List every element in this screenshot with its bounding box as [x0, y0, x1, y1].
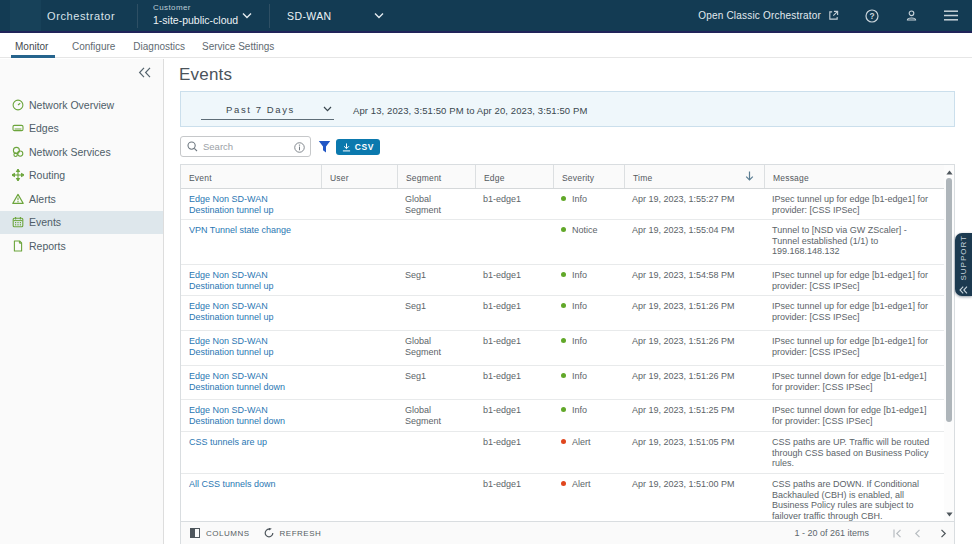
cell-edge: b1-edge1 [475, 432, 553, 473]
chevron-down-icon[interactable] [242, 12, 252, 19]
cell-edge: b1-edge1 [475, 296, 553, 330]
svg-text:?: ? [869, 10, 874, 20]
cell-segment: Global Segment [397, 400, 475, 431]
product-title: Orchestrator [47, 0, 115, 31]
hamburger-menu-icon[interactable] [944, 10, 958, 21]
sidebar-item-network-overview[interactable]: Network Overview [0, 93, 163, 117]
sidebar-item-events[interactable]: Events [0, 211, 163, 235]
sidebar-item-network-services[interactable]: Network Services [0, 140, 163, 164]
event-link[interactable]: Edge Non SD-WAN Destination tunnel up [189, 301, 321, 322]
cell-message: IPsec tunnel down for edge [b1-edge1] fo… [764, 400, 944, 431]
table-header-row: Event User Segment Edge Severity Time Me… [181, 165, 954, 189]
cell-user [321, 474, 397, 521]
table-row[interactable]: Edge Non SD-WAN Destination tunnel down … [181, 400, 954, 432]
info-icon[interactable] [294, 142, 305, 153]
sidebar-item-reports[interactable]: Reports [0, 234, 163, 258]
scrollbar-thumb[interactable] [946, 178, 952, 422]
customer-dropdown[interactable]: Customer 1-site-public-cloud [153, 0, 238, 31]
cell-segment: Seg1 [397, 366, 475, 399]
refresh-button[interactable]: REFRESH [264, 528, 322, 538]
table-row[interactable]: CSS tunnels are up b1-edge1 Alert Apr 19… [181, 432, 954, 474]
table-row[interactable]: Edge Non SD-WAN Destination tunnel up Gl… [181, 331, 954, 366]
sidebar: Network Overview Edges Network Services … [0, 59, 164, 544]
tab-monitor[interactable]: Monitor [15, 35, 51, 58]
column-header-user[interactable]: User [321, 165, 397, 188]
cell-time: Apr 19, 2023, 1:51:26 PM [624, 331, 764, 365]
event-link[interactable]: Edge Non SD-WAN Destination tunnel down [189, 371, 321, 392]
column-header-message[interactable]: Message [764, 165, 944, 188]
event-link[interactable]: Edge Non SD-WAN Destination tunnel down [189, 405, 321, 426]
sidebar-item-routing[interactable]: Routing [0, 164, 163, 188]
scroll-down-icon[interactable] [944, 509, 954, 519]
cell-segment [397, 432, 475, 473]
sort-desc-icon[interactable] [745, 171, 754, 188]
chevron-down-icon[interactable] [374, 12, 384, 19]
chevron-down-icon [323, 106, 332, 112]
table-row[interactable]: Edge Non SD-WAN Destination tunnel up Se… [181, 265, 954, 296]
time-range-select[interactable]: Past 7 Days [201, 100, 334, 120]
next-page-icon[interactable] [940, 529, 947, 538]
routing-icon [12, 169, 24, 181]
time-filter-bar: Past 7 Days Apr 13, 2023, 3:51:50 PM to … [180, 91, 955, 127]
user-icon[interactable] [905, 9, 918, 22]
vertical-scrollbar[interactable] [944, 165, 954, 521]
cell-time: Apr 19, 2023, 1:55:04 PM [624, 220, 764, 264]
event-link[interactable]: All CSS tunnels down [189, 479, 321, 490]
refresh-icon [264, 528, 274, 538]
sidebar-item-edges[interactable]: Edges [0, 117, 163, 141]
cell-user [321, 265, 397, 295]
severity-dot-icon [561, 272, 566, 277]
columns-button[interactable]: COLUMNS [190, 528, 250, 538]
cell-event: VPN Tunnel state change [181, 220, 321, 264]
table-body: Edge Non SD-WAN Destination tunnel up Gl… [181, 189, 954, 522]
event-link[interactable]: CSS tunnels are up [189, 437, 321, 448]
severity-dot-icon [561, 373, 566, 378]
event-link[interactable]: Edge Non SD-WAN Destination tunnel up [189, 336, 321, 357]
tab-diagnostics[interactable]: Diagnostics [133, 35, 185, 58]
table-row[interactable]: Edge Non SD-WAN Destination tunnel down … [181, 366, 954, 400]
search-input[interactable] [203, 141, 281, 152]
table-row[interactable]: VPN Tunnel state change Notice Apr 19, 2… [181, 220, 954, 265]
cell-event: Edge Non SD-WAN Destination tunnel up [181, 265, 321, 295]
cell-event: CSS tunnels are up [181, 432, 321, 473]
previous-page-icon[interactable] [914, 529, 921, 538]
sidebar-collapse-icon[interactable] [136, 64, 152, 80]
cell-user [321, 189, 397, 219]
cell-edge: b1-edge1 [475, 366, 553, 399]
severity-dot-icon [561, 303, 566, 308]
column-header-severity[interactable]: Severity [553, 165, 624, 188]
column-header-segment[interactable]: Segment [397, 165, 475, 188]
cell-time: Apr 19, 2023, 1:51:26 PM [624, 366, 764, 399]
severity-dot-icon [561, 407, 566, 412]
cell-severity: Info [553, 296, 624, 330]
divider [269, 4, 270, 28]
column-header-edge[interactable]: Edge [475, 165, 553, 188]
event-link[interactable]: VPN Tunnel state change [189, 225, 321, 236]
cell-segment: Seg1 [397, 296, 475, 330]
scroll-up-icon[interactable] [944, 167, 954, 177]
help-icon[interactable]: ? [865, 9, 879, 23]
customer-label: Customer [153, 3, 238, 12]
open-classic-orchestrator-link[interactable]: Open Classic Orchestrator [698, 10, 839, 21]
column-header-event[interactable]: Event [181, 165, 321, 188]
support-tab[interactable]: SUPPORT [955, 233, 972, 296]
cell-severity: Notice [553, 220, 624, 264]
service-label: SD-WAN [287, 10, 332, 22]
filter-funnel-icon[interactable] [318, 140, 331, 153]
severity-dot-icon [561, 338, 566, 343]
first-page-icon[interactable] [893, 529, 902, 538]
event-link[interactable]: Edge Non SD-WAN Destination tunnel up [189, 270, 321, 291]
tab-service-settings[interactable]: Service Settings [202, 35, 274, 58]
sidebar-item-alerts[interactable]: Alerts [0, 187, 163, 211]
table-row[interactable]: Edge Non SD-WAN Destination tunnel up Se… [181, 296, 954, 331]
cell-user [321, 296, 397, 330]
column-header-time[interactable]: Time [624, 165, 764, 188]
service-dropdown[interactable]: SD-WAN [287, 0, 332, 31]
csv-export-button[interactable]: CSV [336, 139, 380, 155]
severity-dot-icon [561, 481, 566, 486]
table-row[interactable]: All CSS tunnels down b1-edge1 Alert Apr … [181, 474, 954, 522]
event-link[interactable]: Edge Non SD-WAN Destination tunnel up [189, 194, 321, 215]
table-row[interactable]: Edge Non SD-WAN Destination tunnel up Gl… [181, 189, 954, 220]
tab-configure[interactable]: Configure [72, 35, 115, 58]
cell-severity: Info [553, 189, 624, 219]
